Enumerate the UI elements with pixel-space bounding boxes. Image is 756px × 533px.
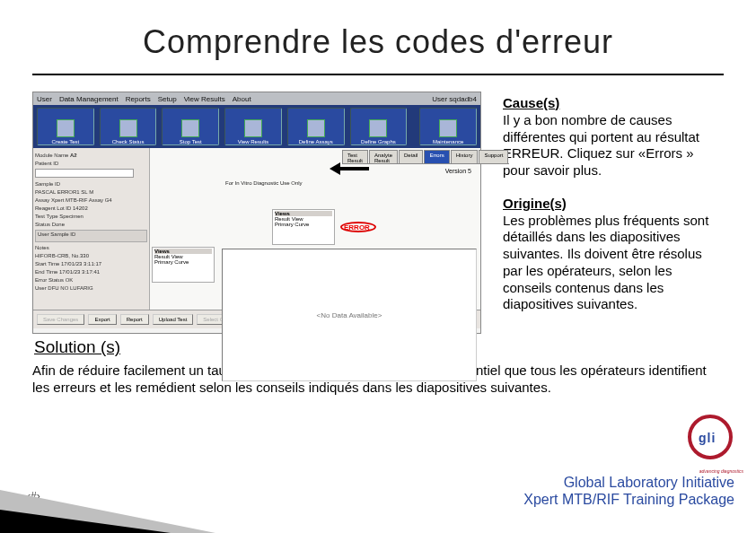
views-panel: Views Result View Primary Curve [272, 209, 335, 245]
right-panel: Views Result View Primary Curve Test Res… [150, 148, 480, 310]
tool-create[interactable]: Create Test [37, 108, 94, 145]
tab-history[interactable]: History [451, 150, 479, 163]
btn-save: Save Changes [37, 314, 84, 325]
app-menubar: User Data Management Reports Setup View … [33, 92, 480, 105]
origin-heading: Origine(s) [503, 196, 724, 213]
section-header: User Sample ID [35, 230, 147, 242]
app-screenshot: User Data Management Reports Setup View … [32, 92, 481, 334]
wedge-black-icon [0, 510, 171, 533]
stop-icon [181, 119, 199, 137]
cause-block: Cause(s) Il y a bon nombre de causes dif… [503, 95, 724, 179]
chart-area: <No Data Available> [222, 249, 477, 381]
logo-text: gli [699, 431, 716, 445]
assays-icon [307, 119, 325, 137]
menu-user[interactable]: User [37, 95, 52, 103]
user-label: User sqdadb4 [432, 95, 477, 103]
footer-text: Global Laboratory Initiative Xpert MTB/R… [523, 474, 734, 508]
views-panel-2: Views Result View Primary Curve [152, 247, 215, 283]
tool-maint[interactable]: Maintenance [419, 108, 477, 145]
divider [32, 74, 724, 75]
patient-field[interactable] [35, 169, 134, 178]
menu-setup[interactable]: Setup [158, 95, 177, 103]
slide: Comprendre les codes d'erreur User Data … [0, 0, 756, 533]
tool-view[interactable]: View Results [224, 108, 282, 145]
error-highlight [340, 222, 376, 232]
arrow-head-icon [330, 162, 340, 175]
tab-detail[interactable]: Detail [399, 150, 423, 163]
left-panel: Module Name A2 Patient ID Sample ID PASC… [33, 148, 150, 310]
menu-data[interactable]: Data Management [59, 95, 119, 103]
footer-line2: Xpert MTB/RIF Training Package [523, 491, 734, 508]
text-column: Cause(s) Il y a bon nombre de causes dif… [503, 92, 724, 334]
decorative-wedge [0, 483, 233, 533]
status-icon [119, 119, 137, 137]
app-toolbar: Create Test Check Status Stop Test View … [33, 105, 480, 148]
origin-block: Origine(s) Les problèmes plus fréquents … [503, 196, 724, 313]
tool-assays[interactable]: Define Assays [287, 108, 345, 145]
tool-graphs[interactable]: Define Graphs [350, 108, 408, 145]
arrow-shaft [340, 167, 369, 170]
create-icon [57, 119, 75, 137]
maint-icon [439, 119, 457, 137]
tool-status[interactable]: Check Status [100, 108, 157, 145]
app-body: Module Name A2 Patient ID Sample ID PASC… [33, 148, 480, 310]
version-label: Version 5 [445, 168, 471, 174]
origin-body: Les problèmes plus fréquents sont détail… [503, 213, 724, 314]
btn-report[interactable]: Report [120, 314, 149, 325]
tool-stop[interactable]: Stop Test [162, 108, 219, 145]
menu-reports[interactable]: Reports [126, 95, 151, 103]
graphs-icon [369, 119, 387, 137]
diag-text: For In Vitro Diagnostic Use Only [225, 180, 303, 186]
menu-view[interactable]: View Results [184, 95, 225, 103]
tab-analyte[interactable]: Analyte Result [369, 150, 398, 163]
btn-export[interactable]: Export [88, 314, 116, 325]
content-row: User Data Management Reports Setup View … [32, 92, 724, 334]
sample-value: PASCAL ERROR1 SL M [35, 189, 147, 195]
view-icon [244, 119, 262, 137]
footer-line1: Global Laboratory Initiative [523, 474, 734, 491]
cause-body: Il y a bon nombre de causes différentes … [503, 112, 724, 179]
annotation-arrow [330, 162, 369, 175]
gli-logo: gli advancing diagnostics [688, 415, 740, 467]
tab-result[interactable]: Test Result [342, 150, 368, 163]
page-title: Comprendre les codes d'erreur [32, 23, 724, 61]
tab-support[interactable]: Support [479, 150, 508, 163]
logo-circle-icon: gli [688, 415, 733, 459]
menu-about[interactable]: About [233, 95, 251, 103]
cause-heading: Cause(s) [503, 95, 724, 112]
tab-errors[interactable]: Errors [424, 150, 449, 163]
btn-upload[interactable]: Upload Test [153, 314, 194, 325]
